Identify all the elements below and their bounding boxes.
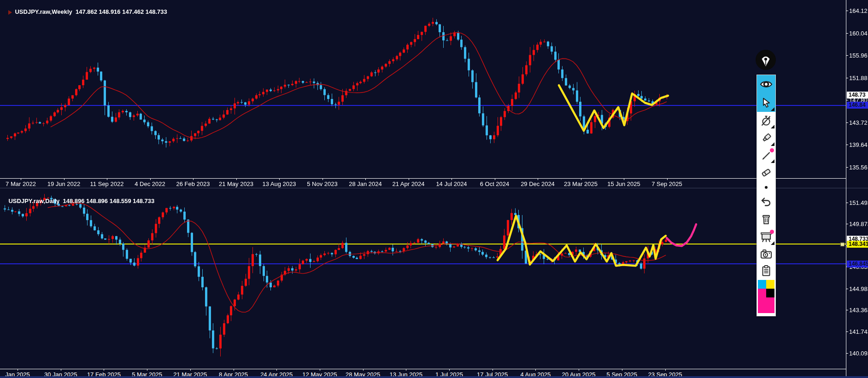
- price-axis-label: 151.88: [849, 75, 868, 81]
- price-tick-mark: [846, 310, 848, 310]
- time-tick-mark: [493, 369, 493, 371]
- price-level-box[interactable]: 146.84: [847, 102, 868, 109]
- price-tick-mark: [846, 100, 848, 100]
- time-axis-label: 7 Sep 2025: [651, 180, 682, 187]
- price-scale[interactable]: 164.12160.04155.96151.88147.80143.72139.…: [846, 0, 868, 378]
- time-axis-label: 19 Jun 2022: [47, 180, 81, 187]
- time-tick-mark: [624, 179, 624, 180]
- price-level-box[interactable]: 146.845: [847, 261, 868, 268]
- time-tick-mark: [18, 369, 18, 371]
- screenshot-button[interactable]: [757, 246, 775, 262]
- time-tick-mark: [538, 179, 538, 180]
- weekly-chart-title: USDJPY.raw,Weekly 147.862 148.916 147.46…: [2, 1, 167, 22]
- select-cursor-button[interactable]: [757, 93, 775, 112]
- time-tick-mark: [535, 369, 536, 371]
- time-tick-mark: [234, 369, 234, 371]
- daily-chart-canvas[interactable]: [0, 190, 846, 369]
- weekly-chart-canvas[interactable]: [0, 0, 846, 179]
- price-axis-label: 164.12: [849, 7, 868, 14]
- symbol-marker-icon: [8, 10, 12, 15]
- price-level-box[interactable]: 148.73: [847, 92, 868, 99]
- time-tick-mark: [279, 179, 280, 180]
- undo-icon: [760, 197, 772, 208]
- time-tick-mark: [667, 179, 668, 180]
- annotation-pen-button[interactable]: [756, 50, 776, 70]
- time-tick-mark: [406, 369, 406, 371]
- color-swatch-grid: [758, 280, 774, 297]
- daily-time-axis[interactable]: Jan 202530 Jan 202517 Feb 20255 Mar 2025…: [0, 369, 846, 377]
- price-tick-mark: [846, 203, 848, 203]
- pen-line-tool-button[interactable]: [757, 147, 775, 164]
- time-tick-mark: [449, 369, 450, 371]
- price-tick-mark: [846, 224, 848, 224]
- time-tick-mark: [276, 369, 277, 371]
- price-axis-label: 143.363: [849, 307, 868, 314]
- time-tick-mark: [581, 179, 581, 180]
- time-tick-mark: [665, 369, 666, 371]
- price-tick-mark: [846, 78, 848, 78]
- price-tick-mark: [846, 289, 848, 289]
- color-swatch-cyan[interactable]: [758, 280, 766, 289]
- taskbar-edge: [0, 376, 868, 378]
- clear-all-button[interactable]: [757, 211, 775, 228]
- stopwatch-off-icon: [760, 115, 772, 127]
- weekly-time-axis[interactable]: 7 Mar 202219 Jun 202211 Sep 20224 Dec 20…: [0, 179, 846, 188]
- clipboard-icon: [761, 265, 772, 277]
- time-tick-mark: [190, 369, 191, 371]
- time-tick-mark: [365, 179, 366, 180]
- price-axis-label: 140.093: [849, 350, 868, 357]
- time-axis-label: 15 Jun 2025: [607, 180, 640, 187]
- time-tick-mark: [409, 179, 409, 180]
- panel-divider[interactable]: [0, 188, 868, 190]
- time-tick-mark: [61, 369, 61, 371]
- time-axis-label: 28 Jan 2024: [349, 180, 382, 187]
- time-axis-label: 21 Apr 2024: [392, 180, 424, 187]
- time-axis-label: 7 Mar 2022: [6, 180, 36, 187]
- clipboard-button[interactable]: [757, 262, 775, 279]
- daily-symbol-label: USDJPY.raw,Daily: [8, 198, 59, 204]
- weekly-symbol-label: USDJPY.raw,Weekly: [15, 8, 72, 15]
- time-tick-mark: [236, 179, 237, 180]
- daily-ohlc-values: 148.896 148.896 148.559 148.733: [63, 198, 154, 204]
- price-tick-mark: [846, 11, 848, 11]
- price-axis-label: 155.96: [849, 52, 868, 59]
- price-tick-mark: [846, 55, 848, 56]
- price-tick-mark: [846, 122, 848, 123]
- time-axis-label: 5 Nov 2023: [307, 180, 338, 187]
- visibility-toggle-button[interactable]: [757, 75, 775, 93]
- price-axis-label: 151.493: [849, 199, 868, 206]
- eye-icon: [760, 79, 773, 89]
- timer-disabled-button[interactable]: [757, 112, 775, 129]
- whiteboard-button[interactable]: [757, 228, 775, 246]
- time-axis-label: 14 Jul 2024: [436, 180, 467, 187]
- color-swatch-black[interactable]: [766, 289, 774, 297]
- time-tick-mark: [193, 179, 194, 180]
- annotation-toolbar: [757, 75, 776, 316]
- price-axis-label: 160.04: [849, 30, 868, 37]
- time-tick-mark: [150, 179, 151, 180]
- price-tick-mark: [846, 353, 848, 354]
- color-swatch-magenta[interactable]: [758, 289, 766, 297]
- highlighter-icon: [760, 132, 772, 144]
- time-tick-mark: [320, 369, 320, 371]
- daily-chart-title: USDJPY.raw,Daily 148.896 148.896 148.559…: [2, 191, 154, 211]
- time-tick-mark: [107, 179, 107, 180]
- price-axis-label: 141.743: [849, 328, 868, 335]
- price-level-box[interactable]: 148.341: [847, 241, 868, 248]
- price-axis-label: 144.983: [849, 285, 868, 292]
- time-tick-mark: [64, 179, 65, 180]
- dot-icon: [763, 185, 769, 190]
- price-tick-mark: [846, 167, 848, 168]
- active-color-swatch[interactable]: [758, 297, 774, 313]
- time-tick-mark: [363, 369, 364, 371]
- pen-line-icon: [761, 150, 772, 161]
- color-swatch-yellow[interactable]: [766, 280, 774, 289]
- highlighter-tool-button[interactable]: [757, 129, 775, 147]
- eraser-icon: [760, 167, 772, 179]
- price-axis-label: 149.873: [849, 221, 868, 227]
- price-axis-label: 139.64: [849, 141, 868, 148]
- time-tick-mark: [495, 179, 495, 180]
- undo-button[interactable]: [757, 193, 775, 211]
- point-size-button[interactable]: [757, 181, 775, 193]
- eraser-tool-button[interactable]: [757, 164, 775, 181]
